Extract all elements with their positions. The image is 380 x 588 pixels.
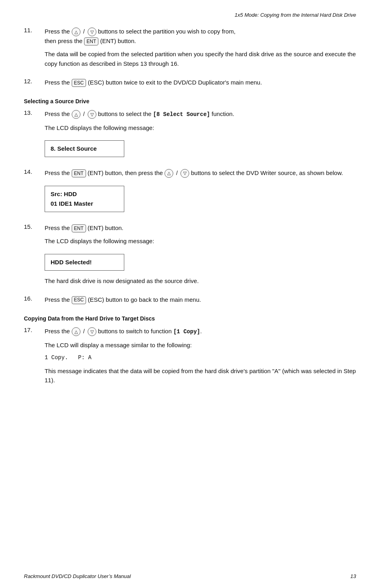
step-13-para: Press the △ / ▽ buttons to select the [8… — [45, 109, 356, 119]
step-17-mono: 1 Copy. P: A — [45, 354, 356, 362]
ent-btn-15: ENT — [72, 224, 86, 232]
step-11-para2: The data will be copied from the selecte… — [45, 49, 356, 68]
step-13-num: 13. — [24, 109, 45, 163]
step-16-para: Press the ESC (ESC) button to go back to… — [45, 295, 356, 304]
step-17-para: Press the △ / ▽ buttons to switch to fun… — [45, 326, 356, 336]
step-16-num: 16. — [24, 295, 45, 308]
step-15-num: 15. — [24, 223, 45, 289]
step-11-para1: Press the △ / ▽ buttons to select the pa… — [45, 27, 356, 45]
page-header: 1x5 Mode: Copying from the Internal Hard… — [24, 12, 356, 18]
step-16-content: Press the ESC (ESC) button to go back to… — [45, 295, 356, 308]
lcd-line-14-2: 01 IDE1 Master — [51, 199, 118, 208]
section-heading-2: Copying Data from the Hard Drive to Targ… — [24, 315, 356, 322]
step-17-after-para: This message indicates that the data wil… — [45, 366, 356, 385]
step-15-lcd-label: The LCD displays the following message: — [45, 236, 356, 246]
footer-left: Rackmount DVD/CD Duplicator User’s Manua… — [24, 573, 131, 579]
step-14-para: Press the ENT (ENT) button, then press t… — [45, 168, 356, 178]
lcd-line-13-1: 8. Select Source — [51, 144, 118, 153]
step-14-content: Press the ENT (ENT) button, then press t… — [45, 168, 356, 218]
esc-btn-12: ESC — [72, 79, 86, 87]
step-14-num: 14. — [24, 168, 45, 218]
step-11-num: 11. — [24, 27, 45, 72]
step-17-lcd-label: The LCD will display a message similar t… — [45, 340, 356, 350]
step-15: 15. Press the ENT (ENT) button. The LCD … — [24, 223, 356, 289]
down-arrow-btn-14: ▽ — [180, 169, 189, 178]
lcd-box-13: 8. Select Source — [45, 140, 124, 157]
step-17: 17. Press the △ / ▽ buttons to switch to… — [24, 326, 356, 389]
down-arrow-btn-17: ▽ — [88, 327, 96, 336]
ent-btn-14: ENT — [72, 169, 86, 177]
step-11-content: Press the △ / ▽ buttons to select the pa… — [45, 27, 356, 72]
step-16: 16. Press the ESC (ESC) button to go bac… — [24, 295, 356, 308]
step-12: 12. Press the ESC (ESC) button twice to … — [24, 78, 356, 91]
step-12-content: Press the ESC (ESC) button twice to exit… — [45, 78, 356, 91]
up-arrow-btn-11: △ — [72, 28, 80, 36]
step-17-num: 17. — [24, 326, 45, 389]
lcd-line-15-1: HDD Selected! — [51, 258, 118, 267]
ent-btn-11: ENT — [84, 37, 98, 45]
lcd-line-14-1: Src: HDD — [51, 189, 118, 199]
lcd-box-15: HDD Selected! — [45, 254, 124, 271]
up-arrow-btn-14: △ — [165, 169, 173, 178]
function-label-17: [1 Copy] — [173, 328, 200, 335]
down-arrow-btn-13: ▽ — [88, 110, 96, 119]
step-12-num: 12. — [24, 78, 45, 91]
down-arrow-btn-11: ▽ — [88, 28, 96, 36]
up-arrow-btn-13: △ — [72, 110, 80, 119]
section-heading-1: Selecting a Source Drive — [24, 98, 356, 104]
step-15-content: Press the ENT (ENT) button. The LCD disp… — [45, 223, 356, 289]
function-label-13: [8 Select Source] — [153, 111, 210, 118]
step-13: 13. Press the △ / ▽ buttons to select th… — [24, 109, 356, 163]
footer-right: 13 — [351, 573, 356, 579]
lcd-box-14: Src: HDD 01 IDE1 Master — [45, 186, 124, 212]
step-12-para: Press the ESC (ESC) button twice to exit… — [45, 78, 356, 87]
step-15-after-lcd: The hard disk drive is now designated as… — [45, 276, 356, 285]
step-13-lcd-label: The LCD displays the following message: — [45, 123, 356, 132]
esc-btn-16: ESC — [72, 296, 86, 304]
step-17-content: Press the △ / ▽ buttons to switch to fun… — [45, 326, 356, 389]
step-13-content: Press the △ / ▽ buttons to select the [8… — [45, 109, 356, 163]
step-15-para: Press the ENT (ENT) button. — [45, 223, 356, 232]
up-arrow-btn-17: △ — [72, 327, 80, 336]
header-title: 1x5 Mode: Copying from the Internal Hard… — [235, 12, 356, 18]
page-footer: Rackmount DVD/CD Duplicator User’s Manua… — [24, 573, 356, 579]
step-11: 11. Press the △ / ▽ buttons to select th… — [24, 27, 356, 72]
step-14: 14. Press the ENT (ENT) button, then pre… — [24, 168, 356, 218]
